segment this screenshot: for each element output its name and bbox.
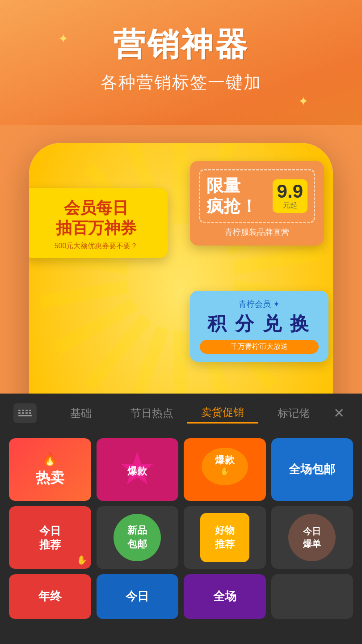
sticker-free-ship[interactable]: 全场包邮 xyxy=(271,438,354,501)
sparkle-icon-2: ✦ xyxy=(298,94,308,109)
card-member: 会员每日 抽百万神券 500元大额优惠券要不要？ xyxy=(29,188,168,258)
sparkle-icon-1: ✦ xyxy=(58,31,68,46)
card-limited-line1: 限量 xyxy=(206,176,257,196)
card-member-title2: 抽百万神券 xyxy=(35,218,157,238)
toolbar-tabs: 基础 节日热点 卖货促销 标记佬 ✕ xyxy=(0,394,362,430)
svg-text:爆款: 爆款 xyxy=(127,466,147,477)
tab-mark[interactable]: 标记佬 xyxy=(258,403,329,423)
card-points-top: 青柠会员 ✦ xyxy=(200,299,319,309)
bottom-toolbar: 基础 节日热点 卖货促销 标记佬 ✕ 🔥 热卖 爆款 xyxy=(0,394,362,644)
sub-title: 各种营销标签一键加 xyxy=(101,71,261,94)
sticker-today-rec[interactable]: 今日推荐 ✋ xyxy=(9,506,91,569)
today3-label: 今日 xyxy=(126,589,149,604)
sticker-allstore[interactable]: 全场 xyxy=(184,574,266,619)
boom1-shape: 爆款 xyxy=(117,449,157,490)
boom2-shape: 爆款 ✋ xyxy=(200,446,249,491)
sticker-today-boom[interactable]: 今日爆单 xyxy=(271,506,354,569)
sticker-yearend[interactable]: 年终 xyxy=(9,574,91,619)
price-unit: 元起 xyxy=(277,201,303,210)
tab-holiday[interactable]: 节日热点 xyxy=(117,403,188,423)
allstore-label: 全场 xyxy=(213,589,236,604)
today-rec-label: 今日推荐 xyxy=(39,524,61,551)
sticker-today3[interactable]: 今日 xyxy=(97,574,179,619)
free-ship-label: 全场包邮 xyxy=(289,462,335,477)
card-points: 青柠会员 ✦ 积 分 兑 换 千万青柠币大放送 xyxy=(190,291,328,362)
sticker-hot-sell[interactable]: 🔥 热卖 xyxy=(9,438,91,501)
main-title: 营销神器 xyxy=(113,27,249,62)
tab-sales[interactable]: 卖货促销 xyxy=(187,402,258,424)
sticker-good-rec[interactable]: 好物推荐 xyxy=(184,506,266,569)
card-member-title1: 会员每日 xyxy=(35,198,157,218)
close-button[interactable]: ✕ xyxy=(329,403,349,423)
svg-text:爆款: 爆款 xyxy=(215,454,235,466)
price-number: 9.9 xyxy=(277,182,303,201)
today-boom-label: 今日爆单 xyxy=(303,525,321,550)
sticker-empty xyxy=(271,574,354,619)
new-mail-label: 新品包邮 xyxy=(127,524,147,551)
card-points-badge: 千万青柠币大放送 xyxy=(200,340,319,354)
svg-text:✋: ✋ xyxy=(220,466,230,476)
yearend-label: 年终 xyxy=(38,589,62,604)
card-limited-sub: 青柠服装品牌直营 xyxy=(199,227,315,237)
sticker-new-mail[interactable]: 新品包邮 xyxy=(97,506,179,569)
card-limited-line2: 疯抢！ xyxy=(206,196,257,217)
card-limited: 限量 疯抢！ 9.9 元起 青柠服装品牌直营 xyxy=(190,161,324,246)
tab-basic[interactable]: 基础 xyxy=(46,403,117,423)
card-member-sub: 500元大额优惠券要不要？ xyxy=(35,242,157,251)
keyboard-icon[interactable] xyxy=(13,403,37,423)
fire-icon: 🔥 xyxy=(42,452,58,466)
sticker-boom-2[interactable]: 爆款 ✋ xyxy=(184,438,266,501)
hot-sell-label: 热卖 xyxy=(36,468,64,488)
sticker-boom-1[interactable]: 爆款 xyxy=(97,438,179,501)
good-rec-label: 好物推荐 xyxy=(215,524,235,551)
card-points-title: 积 分 兑 换 xyxy=(200,311,319,336)
svg-point-21 xyxy=(202,448,248,485)
sticker-grid: 🔥 热卖 爆款 爆款 xyxy=(0,430,362,627)
